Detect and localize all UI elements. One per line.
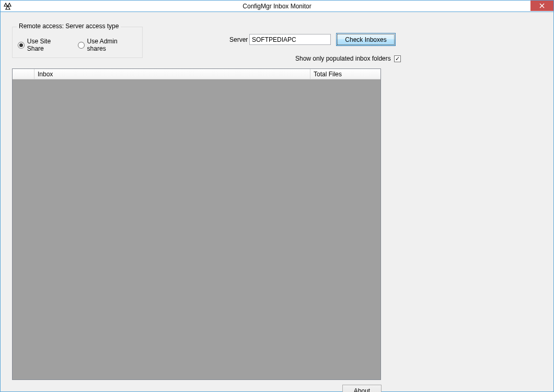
column-rowheader[interactable] (13, 69, 34, 79)
remote-access-legend: Remote access: Server access type (17, 22, 121, 30)
server-input[interactable] (249, 34, 331, 45)
check-inboxes-button[interactable]: Check Inboxes (336, 33, 396, 46)
radio-label: Use Site Share (27, 38, 68, 52)
app-window: ConfigMgr Inbox Monitor Remote access: S… (0, 0, 554, 392)
radio-use-admin-shares[interactable]: Use Admin shares (78, 38, 137, 52)
radio-label: Use Admin shares (87, 38, 137, 52)
radio-icon (78, 42, 85, 49)
titlebar[interactable]: ConfigMgr Inbox Monitor (1, 1, 553, 12)
app-icon (3, 1, 13, 11)
about-button[interactable]: About (342, 385, 382, 392)
radio-use-site-share[interactable]: Use Site Share (18, 38, 68, 52)
column-inbox[interactable]: Inbox (34, 69, 310, 79)
grid-header: Inbox Total Files (13, 69, 380, 79)
client-area: Remote access: Server access type Use Si… (1, 12, 553, 391)
show-only-populated-row: Show only populated inbox folders (295, 55, 401, 62)
column-total-files[interactable]: Total Files (310, 69, 380, 79)
inbox-grid[interactable]: Inbox Total Files (12, 68, 381, 380)
show-only-checkbox[interactable] (394, 55, 401, 62)
show-only-label: Show only populated inbox folders (295, 55, 391, 62)
window-title: ConfigMgr Inbox Monitor (1, 3, 553, 10)
grid-body (13, 79, 380, 379)
remote-access-group: Remote access: Server access type Use Si… (12, 27, 143, 58)
radio-icon (18, 42, 25, 49)
svg-marker-1 (8, 3, 11, 6)
svg-marker-0 (4, 3, 7, 6)
server-label: Server (229, 36, 248, 43)
close-button[interactable] (530, 1, 553, 11)
